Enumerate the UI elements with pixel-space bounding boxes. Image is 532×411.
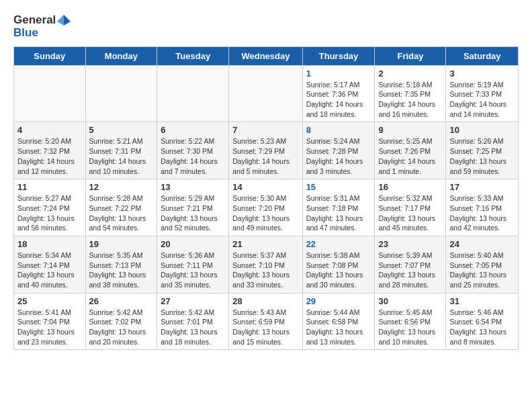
cell-content: Sunrise: 5:29 AM Sunset: 7:21 PM Dayligh… bbox=[161, 193, 225, 233]
cell-content: Sunrise: 5:23 AM Sunset: 7:29 PM Dayligh… bbox=[232, 136, 298, 176]
calendar-cell: 3Sunrise: 5:19 AM Sunset: 7:33 PM Daylig… bbox=[446, 65, 519, 122]
weekday-header-thursday: Thursday bbox=[302, 46, 375, 65]
cell-content: Sunrise: 5:43 AM Sunset: 6:59 PM Dayligh… bbox=[232, 308, 298, 347]
weekday-header-monday: Monday bbox=[85, 46, 157, 65]
day-number: 26 bbox=[89, 296, 154, 306]
calendar-cell: 11Sunrise: 5:27 AM Sunset: 7:24 PM Dayli… bbox=[14, 179, 86, 236]
calendar-cell: 15Sunrise: 5:31 AM Sunset: 7:18 PM Dayli… bbox=[302, 179, 375, 236]
day-number: 20 bbox=[161, 239, 225, 249]
calendar-cell: 26Sunrise: 5:42 AM Sunset: 7:02 PM Dayli… bbox=[85, 293, 157, 350]
weekday-header-saturday: Saturday bbox=[446, 46, 519, 65]
cell-content: Sunrise: 5:21 AM Sunset: 7:31 PM Dayligh… bbox=[89, 136, 154, 176]
cell-content: Sunrise: 5:17 AM Sunset: 7:36 PM Dayligh… bbox=[306, 80, 371, 120]
calendar-table: SundayMondayTuesdayWednesdayThursdayFrid… bbox=[13, 46, 519, 351]
cell-content: Sunrise: 5:37 AM Sunset: 7:10 PM Dayligh… bbox=[232, 250, 298, 290]
cell-content: Sunrise: 5:31 AM Sunset: 7:18 PM Dayligh… bbox=[306, 193, 371, 233]
calendar-week-row: 11Sunrise: 5:27 AM Sunset: 7:24 PM Dayli… bbox=[14, 179, 519, 236]
calendar-cell: 25Sunrise: 5:41 AM Sunset: 7:04 PM Dayli… bbox=[14, 293, 86, 350]
logo-container: General Blue bbox=[13, 13, 71, 40]
calendar-week-row: 4Sunrise: 5:20 AM Sunset: 7:32 PM Daylig… bbox=[14, 122, 519, 179]
day-number: 17 bbox=[449, 182, 515, 192]
svg-marker-0 bbox=[64, 15, 71, 26]
day-number: 7 bbox=[232, 125, 298, 135]
cell-content: Sunrise: 5:22 AM Sunset: 7:30 PM Dayligh… bbox=[161, 136, 225, 176]
cell-content: Sunrise: 5:26 AM Sunset: 7:25 PM Dayligh… bbox=[449, 136, 515, 176]
calendar-cell: 16Sunrise: 5:32 AM Sunset: 7:17 PM Dayli… bbox=[375, 179, 446, 236]
calendar-cell: 17Sunrise: 5:33 AM Sunset: 7:16 PM Dayli… bbox=[446, 179, 519, 236]
calendar-cell: 10Sunrise: 5:26 AM Sunset: 7:25 PM Dayli… bbox=[446, 122, 519, 179]
cell-content: Sunrise: 5:25 AM Sunset: 7:26 PM Dayligh… bbox=[378, 136, 442, 176]
calendar-cell: 6Sunrise: 5:22 AM Sunset: 7:30 PM Daylig… bbox=[157, 122, 229, 179]
calendar-cell: 4Sunrise: 5:20 AM Sunset: 7:32 PM Daylig… bbox=[14, 122, 86, 179]
calendar-week-row: 1Sunrise: 5:17 AM Sunset: 7:36 PM Daylig… bbox=[14, 65, 519, 122]
day-number: 25 bbox=[17, 296, 82, 306]
calendar-cell bbox=[14, 65, 86, 122]
cell-content: Sunrise: 5:46 AM Sunset: 6:54 PM Dayligh… bbox=[449, 308, 515, 347]
cell-content: Sunrise: 5:45 AM Sunset: 6:56 PM Dayligh… bbox=[378, 308, 442, 347]
day-number: 2 bbox=[378, 68, 442, 79]
day-number: 12 bbox=[89, 182, 154, 192]
day-number: 16 bbox=[378, 182, 442, 192]
day-number: 24 bbox=[449, 239, 515, 249]
calendar-cell bbox=[157, 65, 229, 122]
cell-content: Sunrise: 5:19 AM Sunset: 7:33 PM Dayligh… bbox=[449, 80, 515, 120]
calendar-cell: 5Sunrise: 5:21 AM Sunset: 7:31 PM Daylig… bbox=[85, 122, 157, 179]
cell-content: Sunrise: 5:44 AM Sunset: 6:58 PM Dayligh… bbox=[306, 308, 371, 347]
day-number: 9 bbox=[378, 125, 442, 135]
logo-general-text: General bbox=[13, 14, 56, 27]
cell-content: Sunrise: 5:33 AM Sunset: 7:16 PM Dayligh… bbox=[449, 193, 515, 233]
day-number: 15 bbox=[306, 182, 371, 192]
page-header: General Blue bbox=[13, 13, 519, 40]
cell-content: Sunrise: 5:42 AM Sunset: 7:01 PM Dayligh… bbox=[161, 308, 225, 347]
calendar-cell: 21Sunrise: 5:37 AM Sunset: 7:10 PM Dayli… bbox=[229, 236, 302, 293]
calendar-cell: 8Sunrise: 5:24 AM Sunset: 7:28 PM Daylig… bbox=[302, 122, 375, 179]
cell-content: Sunrise: 5:42 AM Sunset: 7:02 PM Dayligh… bbox=[89, 308, 154, 347]
day-number: 28 bbox=[232, 296, 298, 306]
cell-content: Sunrise: 5:34 AM Sunset: 7:14 PM Dayligh… bbox=[17, 250, 82, 290]
calendar-cell: 30Sunrise: 5:45 AM Sunset: 6:56 PM Dayli… bbox=[375, 293, 446, 350]
calendar-cell: 1Sunrise: 5:17 AM Sunset: 7:36 PM Daylig… bbox=[302, 65, 375, 122]
day-number: 23 bbox=[378, 239, 442, 249]
calendar-week-row: 18Sunrise: 5:34 AM Sunset: 7:14 PM Dayli… bbox=[14, 236, 519, 293]
calendar-cell: 13Sunrise: 5:29 AM Sunset: 7:21 PM Dayli… bbox=[157, 179, 229, 236]
day-number: 29 bbox=[306, 296, 371, 306]
calendar-cell: 29Sunrise: 5:44 AM Sunset: 6:58 PM Dayli… bbox=[302, 293, 375, 350]
day-number: 10 bbox=[449, 125, 515, 135]
day-number: 18 bbox=[17, 239, 82, 249]
cell-content: Sunrise: 5:36 AM Sunset: 7:11 PM Dayligh… bbox=[161, 250, 225, 290]
weekday-header-tuesday: Tuesday bbox=[157, 46, 229, 65]
day-number: 22 bbox=[306, 239, 371, 249]
weekday-header-row: SundayMondayTuesdayWednesdayThursdayFrid… bbox=[14, 46, 519, 65]
logo-bird-icon bbox=[57, 13, 71, 27]
day-number: 13 bbox=[161, 182, 225, 192]
calendar-cell: 2Sunrise: 5:18 AM Sunset: 7:35 PM Daylig… bbox=[375, 65, 446, 122]
svg-marker-1 bbox=[57, 15, 64, 26]
day-number: 6 bbox=[161, 125, 225, 135]
calendar-cell: 23Sunrise: 5:39 AM Sunset: 7:07 PM Dayli… bbox=[375, 236, 446, 293]
weekday-header-friday: Friday bbox=[375, 46, 446, 65]
calendar-cell: 24Sunrise: 5:40 AM Sunset: 7:05 PM Dayli… bbox=[446, 236, 519, 293]
cell-content: Sunrise: 5:20 AM Sunset: 7:32 PM Dayligh… bbox=[17, 136, 82, 176]
calendar-cell: 12Sunrise: 5:28 AM Sunset: 7:22 PM Dayli… bbox=[85, 179, 157, 236]
day-number: 11 bbox=[17, 182, 82, 192]
weekday-header-sunday: Sunday bbox=[14, 46, 86, 65]
logo-blue-text: Blue bbox=[13, 27, 38, 40]
day-number: 8 bbox=[306, 125, 371, 135]
cell-content: Sunrise: 5:35 AM Sunset: 7:13 PM Dayligh… bbox=[89, 250, 154, 290]
day-number: 31 bbox=[449, 296, 515, 306]
cell-content: Sunrise: 5:27 AM Sunset: 7:24 PM Dayligh… bbox=[17, 193, 82, 233]
cell-content: Sunrise: 5:32 AM Sunset: 7:17 PM Dayligh… bbox=[378, 193, 442, 233]
calendar-cell: 22Sunrise: 5:38 AM Sunset: 7:08 PM Dayli… bbox=[302, 236, 375, 293]
day-number: 30 bbox=[378, 296, 442, 306]
day-number: 3 bbox=[449, 68, 515, 79]
calendar-cell: 18Sunrise: 5:34 AM Sunset: 7:14 PM Dayli… bbox=[14, 236, 86, 293]
calendar-cell bbox=[229, 65, 302, 122]
cell-content: Sunrise: 5:18 AM Sunset: 7:35 PM Dayligh… bbox=[378, 80, 442, 120]
cell-content: Sunrise: 5:38 AM Sunset: 7:08 PM Dayligh… bbox=[306, 250, 371, 290]
cell-content: Sunrise: 5:39 AM Sunset: 7:07 PM Dayligh… bbox=[378, 250, 442, 290]
calendar-week-row: 25Sunrise: 5:41 AM Sunset: 7:04 PM Dayli… bbox=[14, 293, 519, 350]
calendar-cell: 31Sunrise: 5:46 AM Sunset: 6:54 PM Dayli… bbox=[446, 293, 519, 350]
day-number: 19 bbox=[89, 239, 154, 249]
calendar-cell: 7Sunrise: 5:23 AM Sunset: 7:29 PM Daylig… bbox=[229, 122, 302, 179]
cell-content: Sunrise: 5:40 AM Sunset: 7:05 PM Dayligh… bbox=[449, 250, 515, 290]
